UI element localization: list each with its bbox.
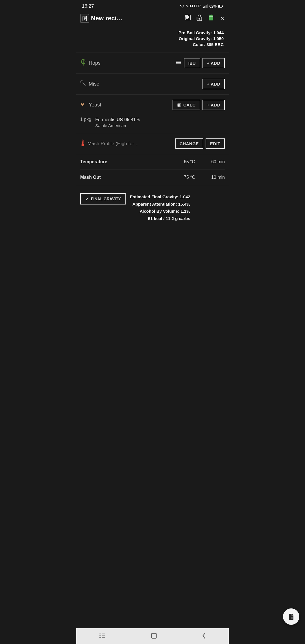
misc-section: Misc + ADD: [76, 74, 229, 95]
mash-table: Temperature 65 °C 60 min Mash Out 75 °C …: [76, 154, 229, 185]
svg-rect-49: [82, 141, 83, 144]
mash-header: Mash Profile (High fer… CHANGE EDIT: [76, 133, 229, 154]
mash-row-time-1: 10 min: [202, 175, 225, 180]
svg-rect-16: [185, 15, 188, 16]
final-row: FINAL GRAVITY Estimated Final Gravity: 1…: [80, 193, 225, 223]
color-row: Color: 385 EBC: [81, 42, 224, 47]
svg-rect-43: [180, 105, 180, 106]
mash-edit-button[interactable]: EDIT: [206, 138, 225, 149]
mash-row-label-1: Mash Out: [80, 175, 177, 180]
mash-row-temperature: Temperature 65 °C 60 min: [80, 154, 225, 170]
app-icon: [80, 14, 89, 23]
page-title: New reci…: [91, 15, 123, 22]
yeast-icon: [80, 101, 86, 109]
lte-icon: VOJ LTE1: [186, 4, 202, 8]
mash-section: Mash Profile (High fer… CHANGE EDIT Temp…: [76, 133, 229, 185]
yeast-info: Fermentis US-05 81% Safale American: [95, 116, 140, 128]
status-icons: VOJ LTE1 62%: [180, 4, 223, 8]
notes-icon[interactable]: [184, 14, 191, 23]
hops-list-icon[interactable]: [175, 60, 182, 66]
svg-line-36: [83, 83, 85, 85]
attenuation-row: Apparent Attenuation: 15.4%: [130, 201, 190, 208]
bottom-nav: [76, 628, 229, 644]
yeast-attenuation: 81%: [131, 117, 140, 122]
ibu-button[interactable]: IBU: [184, 58, 200, 68]
misc-header: Misc + ADD: [76, 74, 229, 94]
thermometer-icon: [80, 139, 85, 148]
nav-title-area: New reci…: [80, 14, 182, 23]
yeast-entry: 1 pkg Fermentis US-05 81% Safale America…: [76, 115, 229, 133]
status-bar: 16:27 VOJ LTE1 62%: [76, 0, 229, 11]
hops-add-button[interactable]: + ADD: [202, 58, 225, 68]
calculator-icon: [177, 103, 182, 107]
beer-icon[interactable]: [208, 14, 215, 23]
nav-home-button[interactable]: [151, 632, 157, 639]
svg-point-38: [82, 103, 84, 105]
yeast-name: US-05: [117, 117, 129, 122]
mash-row-mashout: Mash Out 75 °C 10 min: [80, 170, 225, 185]
yeast-brand: Fermentis: [95, 117, 115, 122]
abv-row: Alcohol By Volume: 1.1%: [130, 208, 190, 215]
mash-row-temp-0: 65 °C: [177, 159, 202, 164]
svg-rect-40: [178, 104, 180, 105]
gravity-summary: Pre-Boil Gravity: 1.044 Original Gravity…: [76, 26, 229, 53]
nav-menu-button[interactable]: [99, 633, 106, 639]
svg-rect-41: [178, 105, 179, 106]
close-icon[interactable]: ✕: [220, 15, 225, 22]
svg-rect-0: [203, 7, 204, 8]
status-time: 16:27: [82, 3, 94, 9]
misc-title: Misc: [89, 81, 200, 87]
final-gravity-button[interactable]: FINAL GRAVITY: [80, 193, 126, 204]
misc-add-button[interactable]: + ADD: [202, 79, 225, 89]
mash-title: Mash Profile (High fer…: [88, 141, 173, 147]
pencil-icon: [85, 197, 89, 201]
nav-back-button[interactable]: [202, 633, 206, 639]
yeast-section: Yeast CALC + ADD: [76, 95, 229, 133]
hops-title: Hops: [89, 60, 173, 66]
original-gravity-row: Original Gravity: 1.050: [81, 36, 224, 41]
top-nav: New reci…: [76, 11, 229, 26]
calc-button[interactable]: CALC: [173, 100, 200, 110]
calories-row: 51 kcal / 11.2 g carbs: [130, 215, 190, 222]
yeast-actions: CALC + ADD: [173, 100, 225, 110]
scroll-area: Pre-Boil Gravity: 1.044 Original Gravity…: [76, 26, 229, 628]
estimated-fg-row: Estimated Final Gravity: 1.042: [130, 193, 190, 201]
hops-section: Hops IBU + ADD: [76, 53, 229, 74]
svg-rect-5: [222, 6, 223, 7]
yeast-header: Yeast CALC + ADD: [76, 95, 229, 115]
final-summary: Estimated Final Gravity: 1.042 Apparent …: [130, 193, 190, 222]
svg-rect-1: [204, 6, 205, 8]
misc-actions: + ADD: [202, 79, 225, 89]
svg-point-20: [199, 18, 200, 19]
svg-rect-3: [207, 5, 208, 8]
svg-rect-24: [209, 16, 213, 17]
svg-rect-46: [180, 106, 180, 106]
yeast-subname: Safale American: [95, 123, 140, 128]
pre-boil-row: Pre-Boil Gravity: 1.044: [81, 30, 224, 35]
mash-row-label-0: Temperature: [80, 159, 177, 164]
hops-icon: [80, 59, 86, 67]
mash-row-temp-1: 75 °C: [177, 175, 202, 180]
yeast-quantity: 1 pkg: [80, 116, 91, 122]
svg-rect-59: [151, 633, 156, 638]
final-section: FINAL GRAVITY Estimated Final Gravity: 1…: [76, 185, 229, 229]
yeast-add-button[interactable]: + ADD: [202, 100, 225, 110]
svg-rect-42: [179, 105, 180, 106]
battery-percent: 62%: [209, 4, 217, 8]
signal-icon: [203, 4, 208, 8]
mash-change-button[interactable]: CHANGE: [175, 138, 203, 149]
mash-row-time-0: 60 min: [202, 159, 225, 164]
lock-icon[interactable]: [196, 14, 202, 23]
svg-point-35: [81, 81, 83, 83]
yeast-title: Yeast: [89, 102, 170, 108]
wifi-icon: [180, 4, 185, 8]
svg-rect-6: [218, 5, 220, 7]
nav-icons: ✕: [184, 14, 225, 23]
mash-actions: CHANGE EDIT: [175, 138, 225, 149]
svg-rect-22: [210, 15, 211, 16]
hops-header: Hops IBU + ADD: [76, 53, 229, 73]
svg-rect-45: [179, 106, 180, 106]
svg-rect-23: [211, 15, 212, 16]
battery-icon: [218, 5, 223, 8]
svg-rect-2: [206, 5, 206, 8]
